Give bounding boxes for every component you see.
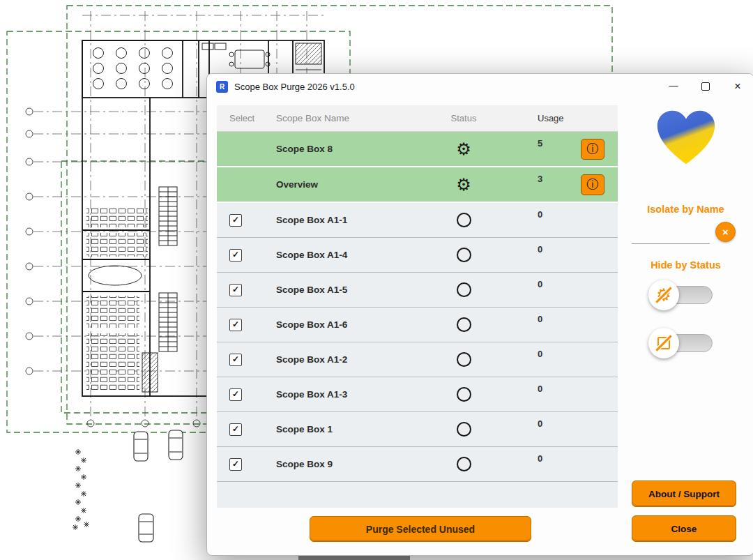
select-cell: ✓ — [217, 377, 263, 411]
unused-status-icon — [457, 352, 471, 367]
table-row[interactable]: ✓ Scope Box A1-4 0 — [217, 238, 618, 273]
table-row[interactable]: ✓ Scope Box 1 0 — [217, 412, 618, 447]
status-cell: ⚙ — [430, 132, 497, 166]
table-row[interactable]: ✓ Scope Box A1-3 0 — [217, 377, 618, 412]
status-cell — [430, 377, 497, 411]
unused-status-icon — [457, 248, 471, 262]
scope-box-name: Scope Box A1-5 — [263, 273, 430, 307]
select-cell: ✓ — [217, 203, 263, 237]
maximize-button[interactable] — [690, 74, 722, 99]
table-row[interactable]: ✓ Scope Box A1-5 0 — [217, 273, 618, 308]
close-icon: × — [734, 81, 740, 92]
row-checkbox[interactable]: ✓ — [229, 249, 242, 262]
check-icon: ✓ — [232, 285, 239, 294]
titlebar: R Scope Box Purge 2026 v1.5.0 — × — [207, 74, 753, 99]
info-cell — [581, 377, 618, 411]
scope-box-name: Overview — [263, 167, 430, 202]
check-icon: ✓ — [232, 320, 239, 328]
usage-count: 0 — [497, 203, 581, 237]
info-icon: ⓘ — [587, 143, 599, 155]
table-row[interactable]: ✓ Scope Box A1-2 0 — [217, 342, 618, 377]
select-cell: ✓ — [217, 308, 263, 342]
usage-count: 0 — [497, 342, 581, 377]
close-window-button[interactable]: × — [722, 74, 753, 99]
minimize-button[interactable]: — — [657, 74, 690, 99]
usage-count: 0 — [497, 447, 581, 481]
clear-input-button[interactable]: × — [715, 222, 736, 242]
ukraine-heart-icon — [650, 104, 722, 172]
row-checkbox[interactable]: ✓ — [229, 354, 242, 366]
select-cell: ✓ — [217, 342, 263, 377]
header-info — [581, 105, 618, 131]
hide-used-toggle[interactable]: ⚙ — [653, 286, 713, 304]
info-cell — [581, 342, 618, 377]
scope-box-name: Scope Box A1-1 — [263, 203, 430, 237]
row-checkbox[interactable]: ✓ — [229, 388, 242, 401]
check-icon: ✓ — [232, 250, 239, 259]
info-button[interactable]: ⓘ — [581, 139, 604, 160]
status-cell — [430, 238, 497, 272]
unused-status-icon — [457, 387, 471, 402]
window-controls: — × — [657, 74, 753, 99]
header-name: Scope Box Name — [263, 105, 430, 131]
table-row[interactable]: Scope Box 8 ⚙ 5 ⓘ — [217, 132, 618, 167]
info-cell — [581, 412, 618, 446]
table-header: Select Scope Box Name Status Usage — [217, 105, 618, 132]
usage-count: 0 — [497, 273, 581, 307]
about-support-button[interactable]: About / Support — [632, 480, 736, 507]
select-cell — [217, 167, 263, 202]
table-row[interactable]: ✓ Scope Box A1-1 0 — [217, 203, 618, 238]
status-cell: ⚙ — [430, 167, 497, 202]
row-checkbox[interactable]: ✓ — [229, 284, 242, 296]
scope-box-name: Scope Box A1-2 — [263, 342, 430, 377]
scope-box-name: Scope Box 9 — [263, 447, 430, 481]
status-cell — [430, 342, 497, 377]
table-row[interactable]: ✓ Scope Box A1-6 0 — [217, 308, 618, 342]
usage-count: 3 — [497, 167, 581, 202]
scope-box-name: Scope Box A1-6 — [263, 308, 430, 342]
info-cell — [581, 447, 618, 481]
minimize-icon: — — [669, 81, 678, 90]
purge-selected-button[interactable]: Purge Selected Unused — [310, 516, 531, 542]
status-cell — [430, 308, 497, 342]
gear-status-icon: ⚙ — [456, 176, 471, 193]
select-cell: ✓ — [217, 273, 263, 307]
toggle-knob: ⚙ — [648, 280, 679, 310]
info-icon: ⓘ — [587, 179, 599, 190]
check-icon: ✓ — [232, 355, 239, 363]
info-cell: ⓘ — [581, 167, 618, 202]
scope-box-name: Scope Box 8 — [263, 132, 430, 166]
row-checkbox[interactable]: ✓ — [229, 214, 242, 227]
toggle-knob — [648, 328, 679, 358]
scope-box-name: Scope Box A1-4 — [263, 238, 430, 272]
isolate-name-input[interactable] — [632, 227, 710, 244]
check-icon: ✓ — [232, 425, 239, 433]
row-checkbox[interactable]: ✓ — [229, 319, 242, 331]
select-cell: ✓ — [217, 238, 263, 272]
header-status: Status — [430, 105, 497, 131]
maximize-icon — [701, 82, 710, 91]
usage-count: 0 — [497, 412, 581, 446]
table-row[interactable]: Overview ⚙ 3 ⓘ — [217, 167, 618, 203]
scope-box-table: Select Scope Box Name Status Usage Scope… — [217, 105, 618, 508]
status-cell — [430, 273, 497, 307]
header-usage: Usage — [497, 105, 581, 131]
scope-box-name: Scope Box 1 — [263, 412, 430, 446]
header-select: Select — [217, 105, 263, 131]
table-row[interactable]: ✓ Scope Box 9 0 — [217, 447, 618, 482]
check-icon: ✓ — [232, 460, 239, 468]
hide-unused-toggle[interactable] — [653, 334, 713, 352]
usage-count: 0 — [497, 377, 581, 411]
info-cell — [581, 203, 618, 237]
row-checkbox[interactable]: ✓ — [229, 423, 242, 436]
check-icon: ✓ — [232, 215, 239, 224]
info-button[interactable]: ⓘ — [581, 174, 604, 195]
check-icon: ✓ — [232, 390, 239, 398]
usage-count: 5 — [497, 132, 581, 166]
unused-status-icon — [457, 457, 471, 471]
scope-box-name: Scope Box A1-3 — [263, 377, 430, 411]
close-dialog-button[interactable]: Close — [632, 515, 736, 542]
usage-count: 0 — [497, 238, 581, 272]
info-cell — [581, 308, 618, 342]
row-checkbox[interactable]: ✓ — [229, 458, 242, 471]
